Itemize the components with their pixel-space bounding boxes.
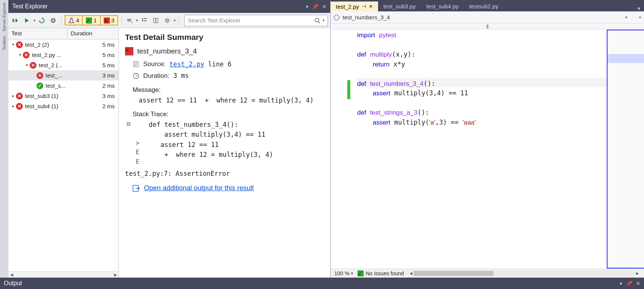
output-title: Output	[4, 280, 22, 287]
test-tree-row[interactable]: ▾✕test_2 (...5 ms	[8, 60, 119, 70]
repeat-button[interactable]	[37, 15, 47, 26]
collapse-icon[interactable]: ⊟	[125, 120, 132, 167]
split-handle[interactable]: ⇕	[331, 24, 644, 30]
test-explorer-toolbar: ▾ 4 ✓ 1 ✕ 3 ▾	[8, 13, 330, 28]
test-label: test_2 (...	[39, 62, 94, 68]
fail-icon: ✕	[104, 17, 110, 24]
expand-icon[interactable]: ▾	[24, 63, 30, 68]
filter-not-run[interactable]: 4	[65, 15, 83, 25]
pass-icon: ✓	[86, 17, 92, 24]
dropdown-icon[interactable]: ▾	[306, 4, 309, 9]
columns-button[interactable]	[151, 15, 161, 26]
editor-hscroll[interactable]: ◀▶	[408, 271, 640, 276]
pin-icon[interactable]: 📌	[626, 281, 632, 286]
test-label: test_sub3 (1)	[25, 93, 94, 99]
code-editor-panel: test_2.py ⊣ ✕test_sub3.pytest_sub4.pytes…	[331, 0, 644, 278]
test-label: test_2.py ...	[32, 52, 94, 58]
symbol-dropdown[interactable]: test_numbers_3_4 ▾	[343, 14, 627, 21]
vs-side-tabwell[interactable]: Server Explorer Toolbox	[0, 0, 8, 278]
pass-icon: ✓	[36, 82, 43, 89]
pin-icon[interactable]: 📌	[312, 4, 318, 9]
test-filter-group: 4 ✓ 1 ✕ 3	[65, 15, 118, 25]
svg-rect-5	[144, 18, 147, 19]
member-icon	[334, 14, 340, 21]
search-test-explorer[interactable]: Search Test Explorer ▾	[184, 15, 328, 26]
gear-icon	[164, 17, 170, 24]
editor-tab[interactable]: test_sub3.py	[378, 1, 421, 11]
stack-label: Stack Trace:	[133, 111, 324, 118]
chevron-down-icon: ▾	[625, 15, 627, 19]
editor-status-bar: 100 %▾ ✓ No issues found ◀▶	[331, 268, 644, 278]
settings-button[interactable]	[162, 15, 172, 26]
editor-tab[interactable]: testsub2.py	[464, 1, 504, 11]
fail-icon: ✕	[23, 52, 30, 58]
tab-overflow-icon[interactable]: ▾	[633, 5, 644, 11]
search-icon	[314, 17, 320, 24]
fail-icon: ✕	[36, 72, 43, 79]
playlist-button[interactable]	[125, 15, 134, 26]
expand-icon[interactable]: ▸	[11, 104, 16, 109]
filter-failed[interactable]: ✕ 3	[101, 15, 118, 25]
svg-point-9	[166, 19, 168, 22]
expand-icon[interactable]: ▾	[11, 42, 16, 47]
close-icon[interactable]: ✕	[322, 4, 326, 9]
assertion-line: test_2.py:7: AssertionError	[125, 170, 324, 177]
test-duration: 2 ms	[94, 82, 115, 89]
chevron-down-icon[interactable]: ▾	[323, 18, 324, 22]
zoom-level[interactable]: 100 %▾	[334, 270, 353, 276]
svg-line-17	[169, 19, 169, 19]
test-explorer-titlebar: Test Explorer ▾ 📌 ✕	[8, 0, 330, 13]
test-tree-row[interactable]: ▾✕test_2 (2)5 ms	[8, 39, 119, 50]
clock-icon	[133, 73, 139, 79]
chevron-down-icon[interactable]: ▾	[136, 18, 138, 22]
side-tab-server-explorer[interactable]: Server Explorer	[2, 2, 6, 31]
test-duration: 5 ms	[94, 41, 115, 48]
clear-button[interactable]	[48, 15, 58, 26]
stack-body: def test_numbers_3_4(): assert multiply(…	[141, 120, 273, 167]
svg-line-16	[165, 22, 166, 22]
expand-icon[interactable]: ▾	[17, 52, 23, 57]
editor-tab[interactable]: test_sub4.py	[421, 1, 464, 11]
code-minimap[interactable]	[607, 30, 644, 268]
test-label: test_...	[46, 72, 94, 79]
chevron-down-icon[interactable]: ▾	[33, 18, 35, 22]
test-tree-row[interactable]: ▾✕test_2.py ...5 ms	[8, 50, 119, 60]
test-tree-row[interactable]: ✓test_s...2 ms	[8, 81, 119, 91]
source-link[interactable]: test_2.py	[169, 59, 204, 69]
col-duration[interactable]: Duration	[68, 28, 119, 39]
dropdown-icon[interactable]: ▾	[620, 281, 622, 286]
test-duration: 3 ms	[94, 72, 115, 79]
group-by-button[interactable]	[139, 15, 149, 26]
expand-icon[interactable]: ▸	[11, 93, 16, 98]
tree-hscroll[interactable]: ◀▶	[8, 271, 119, 278]
run-all-button[interactable]	[11, 15, 21, 26]
pin-icon[interactable]: ⊣	[362, 4, 366, 9]
detail-test-name: test_numbers_3_4	[137, 47, 197, 55]
test-label: test_s...	[46, 82, 94, 89]
run-button[interactable]	[22, 15, 32, 26]
svg-rect-3	[142, 18, 143, 19]
test-tree-row[interactable]: ▸✕test_sub3 (1)3 ms	[8, 91, 119, 101]
close-icon[interactable]: ✕	[636, 281, 640, 286]
svg-rect-6	[144, 21, 147, 21]
svg-rect-2	[127, 21, 131, 21]
editor-tab[interactable]: test_2.py ⊣ ✕	[331, 1, 378, 11]
issues-indicator[interactable]: ✓ No issues found	[358, 270, 404, 276]
filter-passed[interactable]: ✓ 1	[83, 15, 100, 25]
svg-rect-1	[127, 19, 131, 20]
chevron-down-icon[interactable]: ▾	[174, 18, 176, 22]
close-icon[interactable]: ✕	[369, 4, 373, 9]
test-tree-row[interactable]: ▸✕test_sub4 (1)2 ms	[8, 101, 119, 111]
test-duration: 3 ms	[94, 93, 115, 99]
side-tab-toolbox[interactable]: Toolbox	[2, 36, 6, 50]
col-test[interactable]: Test	[8, 28, 68, 39]
open-output-link[interactable]: Open additional output for this result	[144, 184, 254, 192]
panel-title-text: Test Explorer	[12, 3, 47, 10]
test-tree-row[interactable]: ✕test_...3 ms	[8, 70, 119, 81]
chevron-down-icon[interactable]: ▾	[630, 15, 641, 19]
test-tree[interactable]: ▾✕test_2 (2)5 ms▾✕test_2.py ...5 ms▾✕tes…	[8, 39, 119, 271]
svg-line-19	[318, 22, 320, 23]
code-editor[interactable]: import pytest def multiply(x,y): return …	[357, 30, 607, 268]
message-label: Message:	[133, 86, 324, 94]
output-panel-titlebar[interactable]: Output ▾ 📌 ✕	[0, 278, 644, 289]
